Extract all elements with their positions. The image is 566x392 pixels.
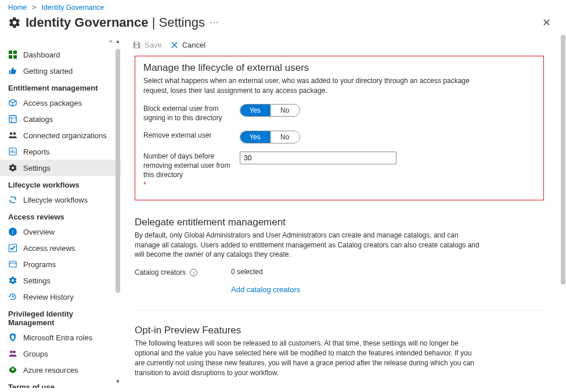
sidebar-item-label: Dashboard xyxy=(23,51,60,59)
sidebar-item-label: Connected organizations xyxy=(23,131,107,140)
sidebar-item-reports[interactable]: Reports xyxy=(0,143,121,160)
svg-point-5 xyxy=(10,132,12,135)
catalog-creators-row: Catalog creators i 0 selected xyxy=(135,268,544,277)
check-icon xyxy=(8,243,17,253)
scroll-down-icon[interactable]: ▼ xyxy=(115,379,121,386)
cancel-icon xyxy=(170,41,179,49)
sidebar-item-label: Access reviews xyxy=(23,244,75,253)
program-icon xyxy=(8,260,17,269)
catalog-creators-value: 0 selected xyxy=(231,268,544,276)
save-button[interactable]: Save xyxy=(130,38,164,52)
main-content: Save Cancel Manage the lifecycle of exte… xyxy=(121,35,566,388)
delegate-section: Delegate entitlement management By defau… xyxy=(135,217,544,294)
block-signin-toggle[interactable]: Yes No xyxy=(240,104,300,117)
svg-text:i: i xyxy=(12,229,14,235)
info-icon: i xyxy=(8,227,17,236)
sidebar-item-label: Reports xyxy=(23,148,50,156)
sidebar: « DashboardGetting started Entitlement m… xyxy=(0,35,121,388)
sidebar-item-catalogs[interactable]: Catalogs xyxy=(0,111,121,127)
sidebar-item-label: Overview xyxy=(23,228,55,236)
toolbar: Save Cancel xyxy=(121,35,566,55)
close-button[interactable]: ✕ xyxy=(542,16,551,29)
sidebar-item-settings[interactable]: Settings xyxy=(0,160,121,176)
sidebar-item-review-history[interactable]: Review History xyxy=(0,289,121,305)
lifecycle-heading: Manage the lifecycle of external users xyxy=(143,62,535,74)
days-input[interactable] xyxy=(240,152,396,164)
svg-point-12 xyxy=(10,351,13,354)
remove-user-toggle[interactable]: Yes No xyxy=(240,131,300,143)
sidebar-group-access: Access reviews xyxy=(0,208,121,224)
sidebar-item-label: Groups xyxy=(23,350,48,358)
catalog-creators-label: Catalog creators i xyxy=(135,268,231,277)
sidebar-item-label: Settings xyxy=(23,164,51,172)
sidebar-item-label: Review History xyxy=(23,293,74,301)
sidebar-group-entitlement: Entitlement management xyxy=(0,79,121,95)
sidebar-item-settings[interactable]: Settings xyxy=(0,272,121,289)
more-button[interactable]: ··· xyxy=(210,17,219,28)
add-catalog-creators-link[interactable]: Add catalog creators xyxy=(231,285,300,294)
optin-desc: The following features will soon be rele… xyxy=(135,339,483,377)
svg-rect-2 xyxy=(9,55,12,59)
sidebar-item-programs[interactable]: Programs xyxy=(0,256,121,272)
sidebar-item-getting-started[interactable]: Getting started xyxy=(0,63,121,79)
days-row: Number of days before removing external … xyxy=(143,152,535,189)
sidebar-item-dashboard[interactable]: Dashboard xyxy=(0,46,121,63)
toggle-yes[interactable]: Yes xyxy=(240,105,271,116)
remove-user-label: Remove external user xyxy=(143,131,240,140)
azure-icon xyxy=(8,365,17,375)
dashboard-icon xyxy=(8,50,17,59)
sidebar-item-lifecycle-workflows[interactable]: Lifecycle workflows xyxy=(0,192,121,208)
sidebar-item-label: Programs xyxy=(23,260,56,269)
svg-rect-4 xyxy=(9,116,16,123)
sidebar-item-label: Getting started xyxy=(23,67,73,75)
breadcrumb: Home > Identity Governance xyxy=(0,0,566,14)
cycle-icon xyxy=(8,195,17,204)
toggle-yes[interactable]: Yes xyxy=(240,131,271,143)
cancel-button[interactable]: Cancel xyxy=(168,38,208,52)
delegate-desc: By default, only Global Administrators a… xyxy=(135,231,483,260)
sidebar-group-lifecycle: Lifecycle workflows xyxy=(0,176,121,192)
sidebar-item-access-reviews[interactable]: Access reviews xyxy=(0,240,121,256)
svg-rect-0 xyxy=(9,51,12,54)
groups-icon xyxy=(8,349,17,358)
toggle-no[interactable]: No xyxy=(271,105,300,116)
svg-rect-1 xyxy=(13,51,17,54)
add-creators-row: Add catalog creators xyxy=(135,285,544,294)
svg-rect-3 xyxy=(13,55,17,59)
sidebar-item-label: Catalogs xyxy=(23,115,53,124)
scroll-up-icon[interactable]: ▲ xyxy=(115,38,121,45)
report-icon xyxy=(8,147,17,156)
main-scrollbar[interactable] xyxy=(560,35,566,388)
sidebar-item-azure-resources[interactable]: Azure resources xyxy=(0,362,121,378)
catalog-icon xyxy=(8,114,17,124)
info-icon[interactable]: i xyxy=(190,269,197,276)
sidebar-item-label: Lifecycle workflows xyxy=(23,196,88,204)
sidebar-item-microsoft-entra-roles[interactable]: Microsoft Entra roles xyxy=(0,329,121,346)
gear-icon xyxy=(8,163,17,172)
lifecycle-section: Manage the lifecycle of external users S… xyxy=(135,56,544,200)
toggle-no[interactable]: No xyxy=(271,131,300,143)
svg-rect-11 xyxy=(9,261,16,267)
page-title: Identity Governance | Settings xyxy=(26,15,205,30)
sidebar-item-access-packages[interactable]: Access packages xyxy=(0,95,121,111)
block-signin-label: Block external user from signing in to t… xyxy=(143,104,240,123)
sidebar-group-terms: Terms of use xyxy=(0,378,121,388)
people-icon xyxy=(8,131,17,140)
like-icon xyxy=(8,66,17,75)
gear2-icon xyxy=(8,276,17,285)
sidebar-item-overview[interactable]: iOverview xyxy=(0,224,121,240)
sidebar-item-connected-organizations[interactable]: Connected organizations xyxy=(0,127,121,143)
sidebar-item-groups[interactable]: Groups xyxy=(0,346,121,362)
sidebar-item-label: Microsoft Entra roles xyxy=(23,333,92,342)
block-signin-row: Block external user from signing in to t… xyxy=(143,104,535,123)
sidebar-group-pim: Privileged Identity Management xyxy=(0,305,121,329)
sidebar-scrollbar[interactable]: ▲ ▼ xyxy=(115,35,121,388)
gear-icon xyxy=(8,16,21,29)
breadcrumb-page[interactable]: Identity Governance xyxy=(42,3,104,12)
breadcrumb-separator: > xyxy=(32,3,36,12)
delegate-heading: Delegate entitlement management xyxy=(135,217,544,228)
history-icon xyxy=(8,292,17,301)
breadcrumb-home[interactable]: Home xyxy=(8,3,27,12)
roles-icon xyxy=(8,333,17,342)
save-icon xyxy=(132,41,141,49)
